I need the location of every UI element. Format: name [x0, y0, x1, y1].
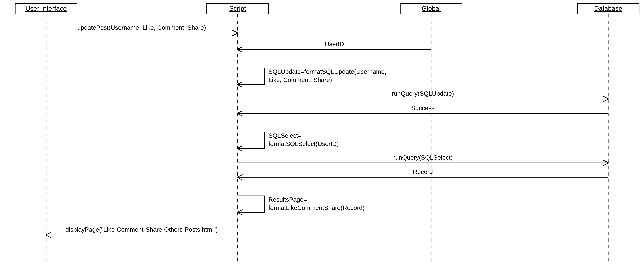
participant-script: Script [207, 3, 268, 264]
message-success: Success [238, 105, 608, 113]
participant-label-database: Database [594, 5, 622, 12]
message-run-query-update: runQuery(SQLUpdate) [238, 90, 608, 99]
message-label-user-id: UserID [325, 41, 344, 48]
message-format-sql-select: SQLSelect= formatSQLSelect(UserID) [238, 132, 339, 148]
message-label-format-results-page-line2: formatLikeCommentShare(Record) [268, 204, 364, 211]
participant-database: Database [577, 3, 639, 264]
message-label-display-page: displayPage("Like-Comment-Share-Others-P… [66, 226, 218, 233]
participant-label-user-interface: User Interface [26, 5, 67, 12]
message-label-format-results-page-line1: ResultsPage= [268, 196, 307, 203]
message-label-update-post: updatePost(Username, Like, Comment, Shar… [77, 24, 206, 31]
message-update-post: updatePost(Username, Like, Comment, Shar… [46, 24, 238, 33]
participant-user-interface: User Interface [15, 3, 77, 264]
message-record: Record [238, 168, 608, 177]
message-label-format-sql-select-line1: SQLSelect= [268, 132, 302, 139]
sequence-diagram: User Interface Script Global Database up… [0, 0, 644, 268]
message-label-format-sql-update-line2: Like, Comment, Share) [268, 76, 332, 83]
message-label-record: Record [413, 168, 433, 175]
message-label-format-sql-update-line1: SQLUpdate=formatSQLUpdate(Username, [268, 68, 386, 75]
message-label-run-query-update: runQuery(SQLUpdate) [392, 90, 454, 97]
participant-label-script: Script [229, 5, 246, 12]
participant-label-global: Global [422, 5, 441, 12]
message-user-id: UserID [238, 41, 431, 50]
message-format-results-page: ResultsPage= formatLikeCommentShare(Reco… [238, 196, 364, 212]
message-label-format-sql-select-line2: formatSQLSelect(UserID) [268, 140, 339, 147]
message-label-run-query-select: runQuery(SQLSelect) [393, 154, 452, 161]
message-display-page: displayPage("Like-Comment-Share-Others-P… [46, 226, 238, 235]
message-format-sql-update: SQLUpdate=formatSQLUpdate(Username, Like… [238, 68, 386, 85]
message-label-success: Success [411, 105, 434, 111]
participant-global: Global [400, 3, 462, 264]
message-run-query-select: runQuery(SQLSelect) [238, 154, 608, 163]
